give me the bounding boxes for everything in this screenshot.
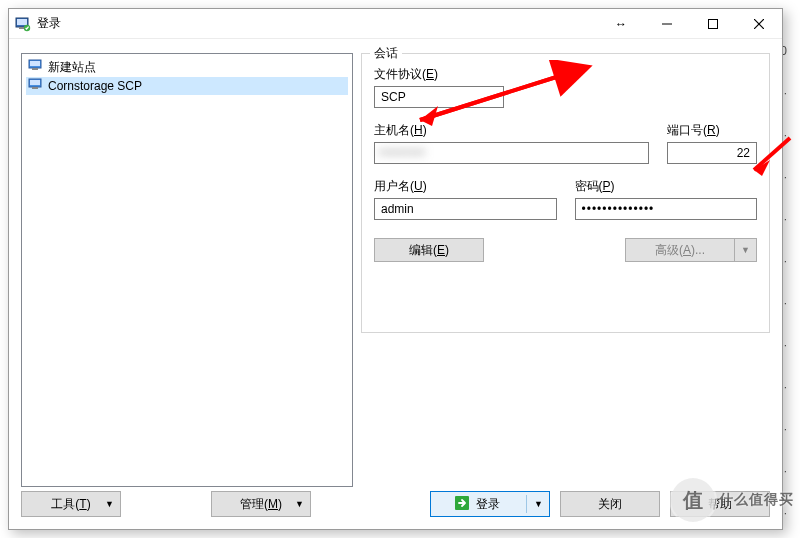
password-field[interactable] — [575, 198, 758, 220]
user-field[interactable] — [374, 198, 557, 220]
chevron-down-icon: ▼ — [105, 499, 114, 509]
login-dialog: 登录 ↔ 新建站点 — [8, 8, 783, 530]
app-icon — [15, 16, 31, 32]
window-title: 登录 — [37, 15, 61, 32]
session-legend: 会话 — [370, 45, 402, 62]
svg-rect-9 — [30, 61, 40, 66]
host-field[interactable]: ••••••••• — [374, 142, 649, 164]
maximize-button[interactable] — [690, 9, 736, 39]
close-button[interactable] — [736, 9, 782, 39]
resize-handle-icon[interactable]: ↔ — [598, 9, 644, 39]
host-value-blurred: ••••••••• — [379, 146, 426, 160]
computer-icon — [28, 78, 44, 95]
user-label: 用户名(U) — [374, 178, 557, 195]
protocol-select[interactable] — [374, 86, 504, 108]
watermark-badge: 值 — [671, 478, 715, 522]
session-group: 会话 文件协议(E) 主机名(H) ••••••••• — [361, 53, 770, 333]
close-dialog-button[interactable]: 关闭 — [560, 491, 660, 517]
manage-button[interactable]: 管理(M) ▼ — [211, 491, 311, 517]
bottom-bar: 工具(T) ▼ 管理(M) ▼ 登录 ▼ — [21, 491, 770, 517]
sidebar-item-new-site[interactable]: 新建站点 — [26, 58, 348, 76]
login-button[interactable]: 登录 ▼ — [430, 491, 550, 517]
svg-rect-10 — [32, 68, 38, 70]
svg-rect-12 — [30, 80, 40, 85]
site-list[interactable]: 新建站点 Cornstorage SCP — [21, 53, 353, 487]
port-field[interactable] — [667, 142, 757, 164]
chevron-down-icon: ▼ — [295, 499, 304, 509]
chevron-down-icon: ▼ — [534, 499, 543, 509]
password-label: 密码(P) — [575, 178, 758, 195]
protocol-label: 文件协议(E) — [374, 66, 757, 83]
port-label: 端口号(R) — [667, 122, 757, 139]
sidebar-item-label: Cornstorage SCP — [48, 79, 142, 93]
svg-rect-5 — [709, 19, 718, 28]
minimize-button[interactable] — [644, 9, 690, 39]
svg-rect-1 — [17, 19, 27, 25]
edit-button[interactable]: 编辑(E) — [374, 238, 484, 262]
svg-rect-13 — [32, 87, 38, 89]
host-label: 主机名(H) — [374, 122, 649, 139]
advanced-dropdown-button[interactable]: ▼ — [735, 238, 757, 262]
titlebar: 登录 ↔ — [9, 9, 782, 39]
login-icon — [454, 495, 470, 514]
tools-button[interactable]: 工具(T) ▼ — [21, 491, 121, 517]
watermark: 值 什么值得买 — [671, 478, 794, 522]
chevron-down-icon: ▼ — [741, 245, 750, 255]
watermark-text: 什么值得买 — [719, 491, 794, 509]
sidebar-item-cornstorage[interactable]: Cornstorage SCP — [26, 77, 348, 95]
advanced-button[interactable]: 高级(A)... — [625, 238, 735, 262]
sidebar-item-label: 新建站点 — [48, 59, 96, 76]
computer-icon — [28, 59, 44, 76]
